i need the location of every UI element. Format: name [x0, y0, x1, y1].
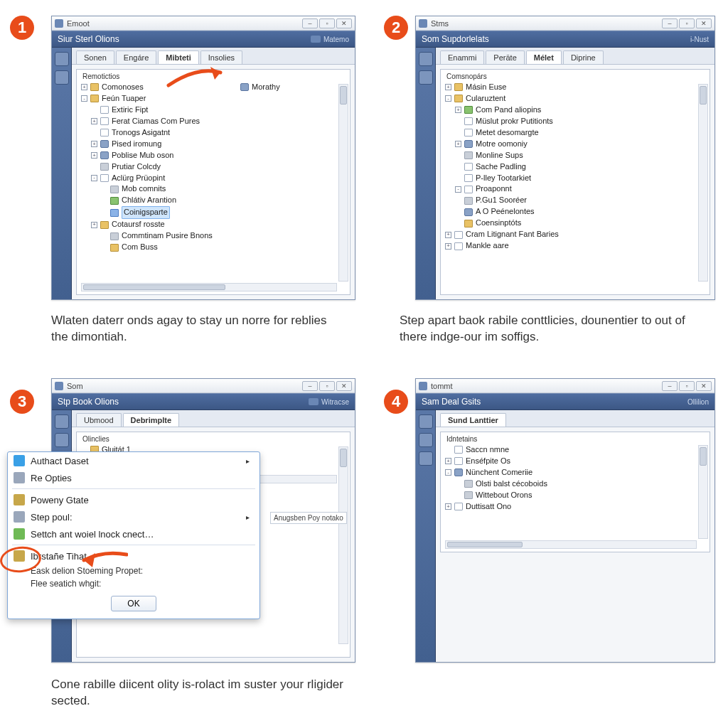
tree-view-4[interactable]: Saccn nmne+Enséfpite Os-Nünchent Comerii… — [441, 444, 710, 517]
context-menu-item[interactable]: Poweny Gtate — [8, 491, 259, 508]
tab[interactable]: Insolies — [200, 50, 242, 64]
context-menu-item[interactable]: Ibrstañe Tihat — [8, 547, 259, 564]
tree-node[interactable]: Chlátiv Arantion — [101, 195, 346, 206]
expand-toggle[interactable]: + — [81, 84, 87, 90]
sidebar-button[interactable] — [55, 52, 69, 66]
tab[interactable]: Ubmood — [76, 413, 122, 427]
expand-toggle[interactable]: + — [91, 152, 97, 159]
context-menu-item[interactable]: Step poul:▸ — [8, 508, 259, 525]
titlebar-3[interactable]: Som – ▫ ✕ — [52, 379, 355, 393]
tree-node[interactable]: +Mankle aare — [445, 240, 705, 252]
close-button[interactable]: ✕ — [336, 381, 352, 391]
expand-toggle[interactable]: - — [91, 175, 97, 181]
tab[interactable]: Sonen — [76, 50, 114, 64]
expand-toggle[interactable]: - — [445, 469, 451, 476]
maximize-button[interactable]: ▫ — [679, 18, 695, 28]
vertical-scrollbar[interactable] — [338, 84, 348, 282]
tree-node[interactable]: -Proaponnt — [455, 183, 705, 195]
tab[interactable]: Mélet — [526, 50, 562, 64]
expand-toggle[interactable]: + — [445, 243, 451, 250]
tree-node[interactable]: -Aclürg PrüopintMob comnitsChlátiv Arant… — [91, 173, 346, 220]
close-button[interactable]: ✕ — [336, 18, 352, 28]
tree-node[interactable]: +Másin Euse — [445, 82, 705, 93]
expand-toggle[interactable]: + — [91, 118, 97, 124]
sidebar-button[interactable] — [419, 70, 433, 85]
expand-toggle[interactable]: + — [445, 503, 451, 510]
tree-node[interactable]: +Cotaursf rossteCommtinam Pusire BnonsCo… — [91, 219, 346, 253]
tab[interactable]: Diprine — [563, 50, 604, 64]
tree-node[interactable]: Wittebout Orons — [455, 490, 705, 501]
vertical-scrollbar[interactable] — [338, 446, 348, 644]
horizontal-scrollbar[interactable] — [81, 283, 337, 291]
minimize-button[interactable]: – — [662, 381, 678, 391]
tree-node[interactable]: Extiric Fipt — [91, 105, 346, 116]
tree-node[interactable]: Sache Padling — [455, 161, 705, 173]
sidebar-button[interactable] — [419, 414, 433, 429]
horizontal-scrollbar[interactable] — [445, 540, 697, 549]
tree-node[interactable]: -Nünchent ComeriieOlsti balst cécoboidsW… — [445, 467, 705, 501]
tab[interactable]: Peräte — [486, 50, 524, 64]
titlebar-2[interactable]: Stms – ▫ ✕ — [416, 16, 714, 31]
titlebar-4[interactable]: tommt – ▫ ✕ — [416, 379, 714, 393]
tree-node[interactable]: +Duttisatt Ono — [445, 501, 705, 513]
expand-toggle[interactable]: + — [91, 141, 97, 147]
tree-node[interactable]: +Comonoses — [81, 82, 346, 93]
tree-node[interactable]: Commtinam Pusire Bnons — [101, 230, 346, 242]
tree-node[interactable]: +Enséfpite Os — [445, 456, 705, 467]
context-menu[interactable]: Authact Daset▸Re OptiesPoweny GtateStep … — [7, 451, 260, 619]
maximize-button[interactable]: ▫ — [319, 18, 335, 28]
ok-button[interactable]: OK — [111, 596, 156, 611]
expand-toggle[interactable]: + — [91, 222, 97, 228]
tree-node[interactable]: +Poblise Mub oson — [91, 150, 346, 161]
tree-node[interactable]: A O Peénelontes — [455, 206, 705, 218]
close-button[interactable]: ✕ — [696, 18, 712, 28]
detached-item[interactable]: Morathy — [240, 82, 280, 91]
expand-toggle[interactable]: + — [445, 84, 451, 90]
titlebar-1[interactable]: Emoot – ▫ ✕ — [52, 16, 355, 31]
tree-node[interactable]: -Cularuztent+Com Pand aliopinsMüslut pro… — [445, 93, 705, 229]
minimize-button[interactable]: – — [302, 18, 318, 28]
tree-node[interactable]: Coensinptóts — [455, 218, 705, 229]
close-button[interactable]: ✕ — [696, 381, 712, 391]
maximize-button[interactable]: ▫ — [679, 381, 695, 391]
tree-view-1[interactable]: +Comonoses-Feún TuaperExtiric Fipt+Ferat… — [77, 82, 350, 257]
tab[interactable]: Mibteti — [158, 50, 198, 64]
sidebar-button[interactable] — [55, 433, 69, 447]
sidebar-button[interactable] — [419, 451, 433, 466]
tab[interactable]: Sund Lanttier — [440, 413, 506, 427]
tree-node[interactable]: Metet desomargte — [455, 127, 705, 139]
tree-view-2[interactable]: +Másin Euse-Cularuztent+Com Pand aliopin… — [441, 82, 710, 256]
context-menu-item[interactable]: Authact Daset▸ — [8, 452, 259, 469]
tree-node[interactable]: Com Buss — [101, 242, 346, 253]
tree-node[interactable]: Tronogs Asigatnt — [91, 127, 346, 139]
expand-toggle[interactable]: + — [445, 458, 451, 464]
vertical-scrollbar[interactable] — [698, 84, 708, 282]
expand-toggle[interactable]: + — [455, 107, 461, 113]
sidebar-button[interactable] — [419, 52, 433, 66]
tree-node[interactable]: +Ferat Ciamas Com Pures — [91, 116, 346, 127]
tree-node[interactable]: -Feún TuaperExtiric Fipt+Ferat Ciamas Co… — [81, 93, 346, 253]
context-menu-item[interactable]: Settch ant woiel lnock cnect… — [8, 525, 259, 542]
minimize-button[interactable]: – — [662, 18, 678, 28]
vertical-scrollbar[interactable] — [698, 445, 708, 539]
tree-node[interactable]: +Motre oomoniy — [455, 139, 705, 150]
tab[interactable]: Engáre — [116, 50, 156, 64]
tree-node[interactable]: Saccn nmne — [445, 444, 705, 456]
maximize-button[interactable]: ▫ — [319, 381, 335, 391]
sidebar-button[interactable] — [419, 433, 433, 447]
tree-node[interactable]: P-lley Tootarkiet — [455, 173, 705, 184]
minimize-button[interactable]: – — [302, 381, 318, 391]
expand-toggle[interactable]: + — [445, 232, 451, 238]
expand-toggle[interactable]: - — [445, 95, 451, 102]
tree-node[interactable]: +Cram Litignant Fant Baries — [445, 229, 705, 240]
context-menu-item[interactable]: Re Opties — [8, 469, 259, 486]
tree-node[interactable]: Olsti balst cécoboids — [455, 478, 705, 490]
tree-node[interactable]: Müslut prokr Putitionts — [455, 116, 705, 127]
tab[interactable]: Debrimplte — [123, 413, 179, 427]
expand-toggle[interactable]: - — [455, 186, 461, 193]
tree-node[interactable]: Monline Sups — [455, 150, 705, 161]
tree-node[interactable]: Prutiar Colcdy — [91, 161, 346, 173]
tree-node[interactable]: +Pised iromung — [91, 139, 346, 150]
tree-node[interactable]: Mob comnits — [101, 183, 346, 195]
tree-node[interactable]: Coinigsparte — [101, 206, 346, 219]
